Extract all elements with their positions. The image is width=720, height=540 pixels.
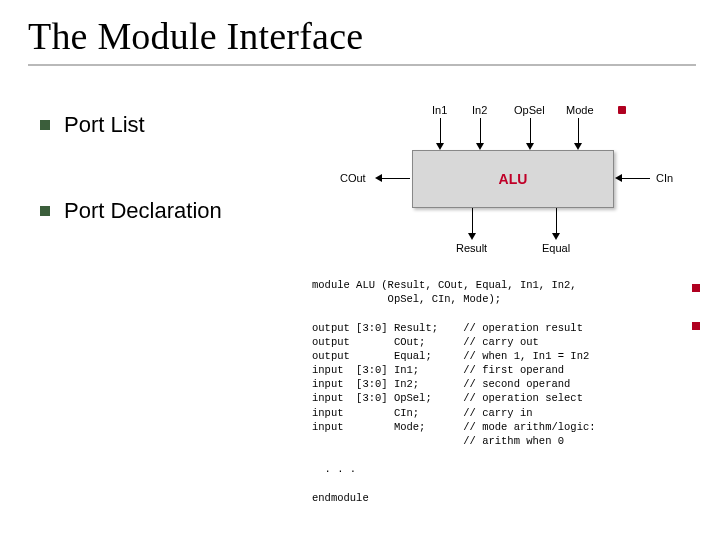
bullet-item: Port List (40, 112, 222, 138)
slide-title: The Module Interface (28, 14, 700, 58)
alu-block: ALU (412, 150, 614, 208)
code-line: output COut; // carry out (312, 336, 539, 348)
title-rule (28, 64, 696, 66)
bullet-label: Port Declaration (64, 198, 222, 224)
slide: The Module Interface Port List Port Decl… (0, 0, 720, 540)
port-label-cin: CIn (656, 172, 673, 184)
code-line: OpSel, CIn, Mode); (312, 293, 501, 305)
alu-block-label: ALU (499, 171, 528, 187)
code-line: . . . (312, 463, 356, 475)
code-line: input Mode; // mode arithm/logic: (312, 421, 596, 433)
bullet-square-icon (40, 120, 50, 130)
bullet-label: Port List (64, 112, 145, 138)
code-line: input [3:0] In2; // second operand (312, 378, 570, 390)
code-line: endmodule (312, 492, 369, 504)
port-label-opsel: OpSel (514, 104, 545, 116)
code-line: input [3:0] OpSel; // operation select (312, 392, 583, 404)
bullet-square-icon (40, 206, 50, 216)
verilog-code-block: module ALU (Result, COut, Equal, In1, In… (312, 278, 700, 505)
port-label-in2: In2 (472, 104, 487, 116)
alu-diagram: In1 In2 OpSel Mode COut ALU (312, 100, 692, 270)
bullet-item: Port Declaration (40, 198, 222, 224)
code-line: output [3:0] Result; // operation result (312, 322, 583, 334)
title-block: The Module Interface (28, 14, 700, 66)
code-line: // arithm when 0 (312, 435, 564, 447)
port-label-cout: COut (340, 172, 366, 184)
port-label-equal: Equal (542, 242, 570, 254)
code-line: module ALU (Result, COut, Equal, In1, In… (312, 279, 577, 291)
port-label-result: Result (456, 242, 487, 254)
code-line: input CIn; // carry in (312, 407, 533, 419)
port-label-in1: In1 (432, 104, 447, 116)
callout-marker (692, 322, 700, 330)
callout-marker (618, 106, 626, 114)
callout-marker (692, 284, 700, 292)
bullet-list: Port List Port Declaration (40, 112, 222, 284)
port-label-mode: Mode (566, 104, 594, 116)
code-line: output Equal; // when 1, In1 = In2 (312, 350, 589, 362)
code-line: input [3:0] In1; // first operand (312, 364, 564, 376)
